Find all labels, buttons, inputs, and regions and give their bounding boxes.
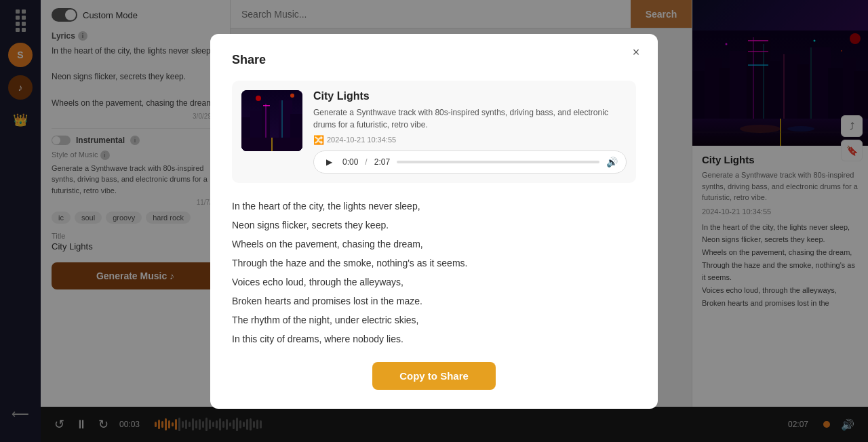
modal-time-current: 0:00	[342, 157, 358, 167]
modal-mini-player: ▶ 0:00 / 2:07 🔊	[313, 150, 627, 174]
lyric-line-2: Neon signs flicker, secrets they keep.	[232, 216, 636, 235]
lyric-line-1: In the heart of the city, the lights nev…	[232, 197, 636, 216]
modal-title: Share	[232, 53, 636, 67]
lyric-line-8: In this city of dreams, where nobody lie…	[232, 329, 636, 348]
modal-lyrics-section: In the heart of the city, the lights nev…	[232, 197, 636, 348]
share-modal: Share ×	[210, 34, 658, 409]
modal-play-button[interactable]: ▶	[322, 155, 336, 169]
modal-track-thumbnail	[241, 90, 302, 151]
modal-track-title: City Lights	[313, 90, 627, 102]
copy-to-share-button[interactable]: Copy to Share	[372, 362, 496, 390]
modal-volume-icon[interactable]: 🔊	[606, 157, 618, 167]
modal-track-desc: Generate a Synthwave track with 80s-insp…	[313, 106, 627, 131]
modal-overlay: Share ×	[0, 0, 868, 442]
lyric-line-7: The rhythm of the night, under electric …	[232, 310, 636, 329]
lyric-line-6: Broken hearts and promises lost in the m…	[232, 292, 636, 310]
modal-track-card: City Lights Generate a Synthwave track w…	[232, 81, 636, 183]
lyric-line-3: Wheels on the pavement, chasing the drea…	[232, 235, 636, 254]
lyric-line-4: Through the haze and the smoke, nothing'…	[232, 254, 636, 273]
modal-track-date: 🔀 2024-10-21 10:34:55	[313, 135, 627, 145]
modal-close-button[interactable]: ×	[627, 43, 646, 62]
svg-rect-34	[263, 105, 270, 106]
modal-time-total: 2:07	[374, 157, 390, 167]
lyric-line-5: Voices echo loud, through the alleyways,	[232, 273, 636, 292]
svg-point-40	[256, 96, 261, 101]
modal-progress-bar[interactable]	[397, 161, 599, 163]
svg-point-41	[290, 94, 294, 98]
modal-track-meta: City Lights Generate a Synthwave track w…	[313, 90, 627, 174]
